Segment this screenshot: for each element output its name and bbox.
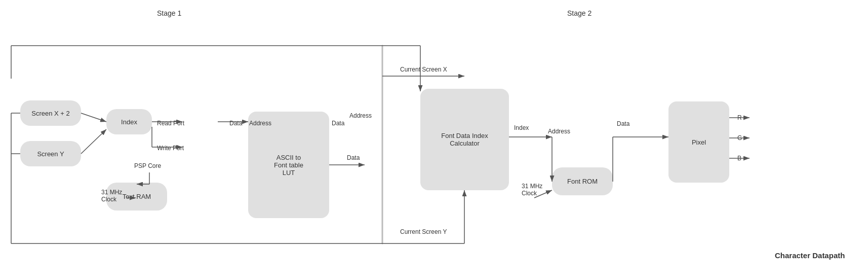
- clock-31b-label: 31 MHz Clock: [522, 183, 542, 197]
- screen-y-box: Screen Y: [20, 141, 81, 166]
- clock-31-label: 31 MHz Clock: [101, 189, 122, 203]
- ascii-lut-box: ASCII to Font table LUT: [248, 112, 329, 218]
- address2-label: Address: [548, 128, 570, 135]
- svg-text:Data: Data: [347, 154, 360, 161]
- screen-x-plus-2-box: Screen X + 2: [20, 100, 81, 126]
- stage2-label: Stage 2: [567, 9, 591, 17]
- character-datapath-label: Character Datapath: [775, 251, 845, 260]
- font-data-index-box: Font Data Index Calculator: [420, 89, 509, 190]
- address1-label: Address: [249, 120, 271, 127]
- read-port-label: Read Port: [157, 120, 184, 127]
- write-port-label: Write Port: [157, 145, 184, 152]
- svg-text:Data: Data: [617, 120, 630, 127]
- b-label: B: [737, 155, 741, 162]
- svg-line-6: [81, 113, 106, 122]
- data2-label: Data: [332, 120, 344, 127]
- font-rom-box: Font ROM: [552, 167, 613, 195]
- index-label: Index: [514, 124, 529, 131]
- psp-core-label: PSP Core: [134, 162, 161, 169]
- svg-line-7: [81, 129, 106, 154]
- index-box: Index: [106, 109, 152, 134]
- svg-text:Address: Address: [349, 112, 372, 119]
- stage1-label: Stage 1: [157, 9, 181, 17]
- pixel-box: Pixel: [668, 101, 729, 183]
- diagram-container: Stage 1 Stage 2 Screen X + 2 Screen Y In…: [0, 0, 868, 280]
- data1-label: Data: [229, 120, 242, 127]
- r-label: R: [737, 114, 742, 121]
- current-screen-y-label: Current Screen Y: [400, 228, 447, 235]
- g-label: G: [737, 134, 742, 142]
- current-screen-x-label: Current Screen X: [400, 66, 447, 73]
